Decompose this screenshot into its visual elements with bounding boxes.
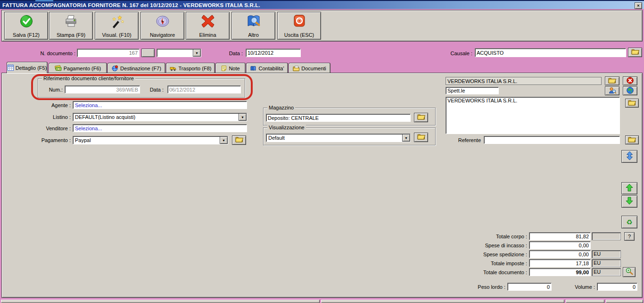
data-input[interactable]	[246, 49, 301, 57]
web-globe-button[interactable]	[623, 86, 637, 95]
magazzino-folder-button[interactable]	[414, 113, 428, 122]
supplier-clear-button[interactable]	[623, 76, 637, 85]
pagamento-label: Pagamento :	[28, 137, 71, 143]
agente-field[interactable]: Seleziona...	[73, 101, 247, 109]
tab-documenti-label: Documenti	[301, 66, 326, 71]
address-folder-button[interactable]	[625, 99, 639, 108]
referente-input[interactable]	[484, 136, 620, 144]
referente-label: Referente	[449, 137, 481, 143]
tab-pagamento[interactable]: Pagamento (F6)	[49, 63, 107, 73]
blue-updown-arrow-icon	[627, 152, 633, 161]
riferimento-num-input[interactable]	[65, 85, 140, 93]
totale-documento-input[interactable]	[529, 268, 591, 276]
referente-folder-button[interactable]	[625, 135, 639, 144]
supplier-name-field[interactable]	[446, 77, 602, 85]
red-x-circle-icon	[627, 77, 634, 85]
folder-icon	[628, 136, 636, 144]
move-row-down-button[interactable]	[621, 195, 637, 208]
pagamento-folder-button[interactable]	[232, 135, 246, 145]
totals-detail-button[interactable]	[623, 267, 636, 277]
venditore-field[interactable]: Seleziona...	[73, 124, 247, 132]
altro-button[interactable]: Altro	[231, 12, 275, 40]
folder-icon	[628, 100, 636, 107]
altro-label: Altro	[248, 32, 259, 38]
volume-input[interactable]	[597, 283, 637, 291]
grid-icon	[8, 65, 14, 71]
listino-value: DEFAULT(Listino acquisti)	[73, 114, 239, 120]
spese-spedizione-input[interactable]	[529, 250, 591, 258]
titlebar-accent	[35, 0, 53, 1]
globe-icon	[627, 87, 634, 95]
n-documento-combo[interactable]: ▼	[157, 49, 201, 57]
supplier-address-textarea[interactable]: VERDEWORKS ITALIA S.R.L.	[446, 97, 620, 134]
magazzino-input[interactable]	[266, 114, 411, 122]
tab-dettaglio[interactable]: Dettaglio (F5)	[7, 62, 48, 73]
tab-trasporto[interactable]: Trasporto (F8)	[166, 63, 215, 73]
tab-contabilita[interactable]: Contabilita'	[246, 63, 288, 73]
close-button[interactable]: ×	[635, 2, 642, 9]
spese-incasso-input[interactable]	[529, 241, 591, 249]
stampa-button[interactable]: Stampa (F9)	[49, 12, 93, 40]
totale-imposte-input[interactable]	[529, 259, 591, 267]
uscita-label: Uscita (ESC)	[284, 32, 314, 38]
contact-search-button[interactable]	[605, 86, 619, 95]
peso-lordo-input[interactable]	[507, 283, 552, 291]
tab-pagamento-label: Pagamento (F6)	[64, 66, 101, 71]
book-magnifier-icon	[232, 14, 275, 28]
window-title: FATTURA ACCOMPAGNATORIA FORNITORE N. 167…	[2, 2, 260, 8]
n-documento-mini-button[interactable]	[141, 49, 155, 57]
tab-documenti[interactable]: Documenti	[289, 63, 330, 73]
volume-label: Volume :	[556, 284, 595, 290]
spese-incasso-label: Spese di incasso :	[448, 243, 527, 248]
chevron-down-icon[interactable]: ▼	[402, 134, 410, 142]
navigatore-button[interactable]: Navigatore	[140, 12, 184, 40]
folder-icon	[631, 49, 639, 56]
peso-lordo-label: Peso lordo :	[453, 284, 505, 290]
visualizzazione-combo[interactable]: Default ▼	[266, 134, 411, 142]
pagamento-value: Paypal	[73, 137, 220, 143]
statusbar-segment-1	[1, 300, 320, 303]
help-button[interactable]: ?	[624, 232, 635, 241]
tab-note-label: Note	[229, 66, 239, 71]
pagamento-combo[interactable]: Paypal ▼	[73, 136, 228, 144]
stampa-label: Stampa (F9)	[57, 32, 85, 38]
riferimento-legend: Riferimento documento cliente/fornitore	[42, 76, 135, 81]
chevron-down-icon[interactable]: ▼	[193, 49, 201, 57]
elimina-button[interactable]: Elimina	[186, 12, 230, 40]
causale-folder-button[interactable]	[628, 48, 642, 57]
green-down-arrow-icon	[626, 197, 633, 206]
chevron-down-icon[interactable]: ▼	[220, 136, 228, 144]
visualizzazione-legend: Visualizzazione	[267, 125, 306, 130]
riferimento-data-input[interactable]	[167, 85, 241, 93]
data-label: Data :	[215, 50, 243, 56]
recalculate-button[interactable]: ♻	[621, 216, 637, 228]
red-x-icon	[186, 14, 229, 28]
statusbar-segment-2	[321, 300, 564, 303]
tab-note[interactable]: Note	[215, 63, 246, 73]
person-search-icon	[609, 87, 616, 95]
tab-destinazione[interactable]: Destinazione (F7)	[107, 63, 165, 73]
salva-button[interactable]: Salva (F12)	[4, 12, 48, 40]
green-up-arrow-icon	[626, 184, 633, 193]
magic-wand-icon	[95, 14, 138, 28]
venditore-label: Venditore :	[28, 126, 71, 131]
n-documento-input[interactable]	[77, 49, 140, 57]
chevron-down-icon[interactable]: ▼	[239, 113, 247, 121]
visual-button[interactable]: Visual. (F10)	[95, 12, 139, 40]
visual-label: Visual. (F10)	[102, 32, 131, 38]
uscita-button[interactable]: Uscita (ESC)	[277, 12, 321, 40]
visualizzazione-folder-button[interactable]	[414, 133, 428, 142]
listino-combo[interactable]: DEFAULT(Listino acquisti) ▼	[73, 113, 247, 121]
tab-contabilita-label: Contabilita'	[258, 66, 284, 71]
folder-docs-icon	[293, 66, 299, 71]
causale-input[interactable]	[475, 48, 626, 57]
visualizzazione-value: Default	[266, 135, 402, 141]
row-move-button[interactable]	[621, 150, 637, 163]
agente-value: Seleziona...	[73, 102, 247, 108]
salutation-input[interactable]	[446, 87, 499, 94]
supplier-folder-button[interactable]	[605, 76, 619, 85]
power-icon	[278, 14, 321, 27]
move-row-up-button[interactable]	[621, 182, 637, 194]
totale-corpo-input[interactable]	[529, 232, 591, 240]
agente-label: Agente :	[28, 102, 71, 108]
